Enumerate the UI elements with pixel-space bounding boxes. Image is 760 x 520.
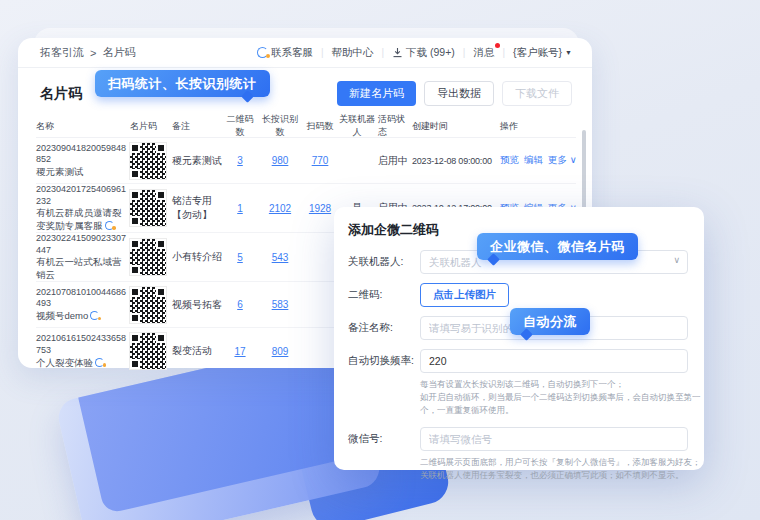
name-cell: 202304201725406961232 有机云群成员邀请裂变奖励专属客服 (36, 184, 130, 232)
contact-service-label: 联系客服 (271, 46, 313, 60)
page-title: 名片码 (40, 85, 82, 103)
column-header: 关联机器人 (338, 113, 378, 139)
qrcode-field-row: 二维码: 点击上传图片 (348, 283, 688, 307)
column-header: 名片码 (130, 120, 172, 133)
callout-wechat-card: 企业微信、微信名片码 (477, 233, 638, 260)
longpress-cell: 543 (258, 252, 304, 263)
qr-cell (130, 333, 172, 369)
qr-count-link[interactable]: 17 (234, 346, 245, 357)
notification-dot (495, 43, 500, 48)
scan-cell: 1928 (304, 203, 338, 214)
qr-count-link[interactable]: 6 (237, 299, 243, 310)
qrcode-label: 二维码: (348, 288, 420, 302)
qr-count-cell: 17 (224, 346, 258, 357)
scan-count-link[interactable]: 1928 (309, 203, 331, 214)
account-label: {客户账号} (513, 46, 562, 60)
qr-count-cell: 1 (224, 203, 258, 214)
column-header: 二维码数 (224, 113, 258, 139)
breadcrumb-parent[interactable]: 拓客引流 (40, 45, 84, 60)
upload-image-button[interactable]: 点击上传图片 (420, 283, 509, 307)
qr-cell (130, 239, 172, 275)
contact-service-item[interactable]: 联系客服 (257, 46, 313, 60)
qr-count-link[interactable]: 1 (237, 203, 243, 214)
column-header: 创建时间 (412, 120, 500, 133)
qr-count-cell: 5 (224, 252, 258, 263)
qr-count-link[interactable]: 5 (237, 252, 243, 263)
longpress-count-link[interactable]: 583 (272, 299, 289, 310)
column-header: 长按识别数 (258, 113, 304, 139)
brand-logo-icon (105, 221, 114, 230)
chevron-down-icon: ▼ (565, 49, 572, 56)
download-label: 下载 (99+) (406, 46, 455, 60)
longpress-cell: 2102 (258, 203, 304, 214)
longpress-count-link[interactable]: 543 (272, 252, 289, 263)
account-item[interactable]: {客户账号} ▼ (513, 46, 572, 60)
longpress-count-link[interactable]: 2102 (269, 203, 291, 214)
scan-count-link[interactable]: 770 (312, 155, 329, 166)
frequency-input[interactable] (420, 349, 688, 373)
breadcrumb-current: 名片码 (102, 45, 135, 60)
card-id: 202106161502433658753 (36, 333, 128, 356)
qr-cell (130, 190, 172, 226)
qr-code-image (130, 333, 166, 369)
remark-cell: 视频号拓客 (172, 298, 224, 312)
card-name: 视频号demo (36, 310, 128, 322)
frequency-field-row: 自动切换频率: (348, 349, 688, 373)
wechat-field-row: 微信号: (348, 427, 688, 451)
wechat-label: 微信号: (348, 432, 420, 446)
card-name: 有机云群成员邀请裂变奖励专属客服 (36, 207, 128, 232)
longpress-count-link[interactable]: 980 (272, 155, 289, 166)
longpress-cell: 583 (258, 299, 304, 310)
column-header: 名称 (36, 120, 130, 133)
edit-link[interactable]: 编辑 (524, 154, 543, 167)
scan-cell: 770 (304, 155, 338, 166)
select-chevron-icon: ∨ (673, 255, 680, 265)
remark-label: 备注名称: (348, 321, 420, 335)
column-header: 备注 (172, 120, 224, 133)
name-cell: 202302241509023307447 有机云一站式私域营销云 (36, 233, 130, 281)
more-link[interactable]: 更多 ∨ (548, 154, 577, 167)
preview-link[interactable]: 预览 (500, 154, 519, 167)
download-icon (392, 47, 403, 58)
qr-count-cell: 6 (224, 299, 258, 310)
download-file-button: 下载文件 (502, 81, 572, 106)
longpress-count-link[interactable]: 809 (272, 346, 289, 357)
longpress-cell: 809 (258, 346, 304, 357)
breadcrumb-separator: > (90, 47, 96, 59)
qr-count-link[interactable]: 3 (237, 155, 243, 166)
qr-code-image (130, 190, 166, 226)
vertical-scrollbar[interactable] (582, 130, 586, 212)
callout-auto-split: 自动分流 (510, 308, 590, 335)
column-header: 活码状态 (378, 113, 412, 139)
qr-cell (130, 143, 172, 179)
messages-item[interactable]: 消息 (473, 46, 494, 60)
name-cell: 202107081010044686493 视频号demo (36, 287, 130, 323)
card-id: 202309041820059848852 (36, 143, 128, 166)
help-center-label: 帮助中心 (331, 46, 373, 60)
menu-divider: | (381, 47, 384, 58)
top-bar: 拓客引流 > 名片码 联系客服 | 帮助中心 | 下载 (99+) | (18, 38, 592, 68)
create-card-button[interactable]: 新建名片码 (337, 81, 416, 106)
column-header: 扫码数 (304, 120, 338, 133)
wechat-help-text: 二维码展示页面底部，用户可长按『复制个人微信号』，添加客服为好友； 关联机器人使… (420, 456, 688, 482)
export-data-button[interactable]: 导出数据 (424, 81, 494, 106)
remark-cell: 铭洁专用【勿动】 (172, 194, 224, 222)
name-cell: 202106161502433658753 个人裂变体验 (36, 333, 130, 369)
qr-code-image (130, 143, 166, 179)
messages-label: 消息 (473, 46, 494, 60)
download-item[interactable]: 下载 (99+) (392, 46, 455, 60)
wechat-input[interactable] (420, 427, 688, 451)
menu-divider: | (463, 47, 466, 58)
status-cell: 启用中 (378, 154, 412, 168)
card-id: 202302241509023307447 (36, 233, 128, 256)
name-cell: 202309041820059848852 稷元素测试 (36, 143, 130, 179)
brand-logo-icon (95, 358, 104, 367)
card-name: 个人裂变体验 (36, 357, 128, 369)
help-center-item[interactable]: 帮助中心 (331, 46, 373, 60)
card-name: 稷元素测试 (36, 166, 128, 178)
toolbar: 新建名片码 导出数据 下载文件 (337, 81, 572, 106)
remark-cell: 裂变活动 (172, 344, 224, 358)
callout-scan-stats: 扫码统计、长按识别统计 (95, 70, 270, 97)
card-id: 202107081010044686493 (36, 287, 128, 310)
remark-cell: 小有转介绍 (172, 250, 224, 264)
